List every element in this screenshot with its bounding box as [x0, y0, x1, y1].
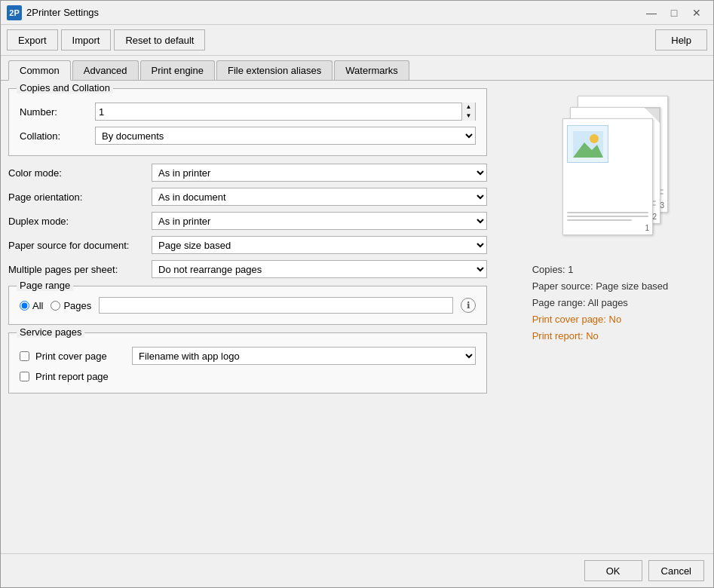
number-down-button[interactable]: ▼ [462, 112, 475, 121]
page-orientation-select[interactable]: As in document Portrait Landscape Auto [152, 188, 487, 206]
right-panel: 3 2 [495, 88, 706, 546]
color-mode-select-wrapper: As in printer Color Grayscale Monochrome [152, 164, 487, 182]
tab-watermarks[interactable]: Watermarks [334, 60, 409, 80]
cover-page-checkbox[interactable] [20, 351, 29, 361]
page-range-row: All Pages ℹ [20, 297, 476, 314]
multiple-pages-label: Multiple pages per sheet: [8, 264, 152, 275]
help-button[interactable]: Help [655, 29, 707, 51]
fields-section: Color mode: As in printer Color Grayscal… [8, 164, 487, 278]
number-input[interactable] [96, 103, 461, 120]
summary-panel: Copies: 1 Paper source: Page size based … [532, 262, 669, 345]
bottom-bar: OK Cancel [1, 553, 713, 587]
tab-file-extension-aliases[interactable]: File extension aliases [216, 60, 332, 80]
summary-page-range: Page range: All pages [532, 295, 669, 311]
app-icon: 2P [7, 5, 22, 20]
color-mode-row: Color mode: As in printer Color Grayscal… [8, 164, 487, 182]
ok-button[interactable]: OK [584, 560, 642, 581]
document-preview: 3 2 [525, 96, 676, 247]
import-button[interactable]: Import [61, 29, 112, 51]
preview-page-1: 1 [562, 118, 653, 235]
tab-content: Copies and Collation Number: ▲ ▼ Collati… [1, 81, 713, 553]
report-page-row: Print report page [20, 371, 476, 382]
page-3-number: 3 [660, 201, 664, 210]
tab-print-engine[interactable]: Print engine [140, 60, 215, 80]
copies-collation-title: Copies and Collation [17, 82, 113, 93]
report-page-label: Print report page [35, 371, 126, 382]
color-mode-select[interactable]: As in printer Color Grayscale Monochrome [152, 164, 487, 182]
svg-point-5 [590, 134, 599, 143]
number-label: Number: [20, 106, 95, 118]
report-page-checkbox[interactable] [20, 372, 29, 381]
pages-input[interactable] [99, 297, 453, 314]
summary-copies: Copies: 1 [532, 262, 669, 278]
main-window: 2P 2Printer Settings — □ ✕ Export Import… [0, 0, 714, 588]
cover-page-select[interactable]: Filename with app logo Filename only Cus… [132, 347, 476, 365]
page-range-title: Page range [17, 280, 73, 291]
collation-select[interactable]: By documents By pages None [95, 127, 476, 145]
service-pages-title: Service pages [17, 326, 84, 338]
title-bar: 2P 2Printer Settings — □ ✕ [1, 1, 713, 25]
collation-label: Collation: [20, 130, 95, 142]
duplex-mode-row: Duplex mode: As in printer None Long edg… [8, 212, 487, 230]
summary-print-cover: Print cover page: No [532, 311, 669, 328]
preview-image [567, 125, 608, 163]
window-controls: — □ ✕ [641, 4, 707, 22]
tab-bar: Common Advanced Print engine File extens… [1, 56, 713, 81]
minimize-button[interactable]: — [641, 4, 662, 22]
paper-source-select-wrapper: Page size based Auto Tray 1 Tray 2 [152, 236, 487, 254]
number-up-button[interactable]: ▲ [462, 103, 475, 112]
landscape-icon [573, 131, 603, 158]
all-pages-label[interactable]: All [20, 300, 43, 311]
tab-advanced[interactable]: Advanced [72, 60, 139, 80]
multiple-pages-select-wrapper: Do not rearrange pages 2 pages 4 pages 6… [152, 260, 487, 278]
info-icon[interactable]: ℹ [461, 298, 476, 313]
pages-radio[interactable] [51, 301, 60, 311]
duplex-mode-label: Duplex mode: [8, 216, 152, 227]
reset-button[interactable]: Reset to default [114, 29, 205, 51]
tab-common[interactable]: Common [8, 60, 71, 81]
service-pages-group: Service pages Print cover page Filename … [8, 332, 487, 394]
page-orientation-row: Page orientation: As in document Portrai… [8, 188, 487, 206]
export-button[interactable]: Export [7, 29, 58, 51]
page-range-group: Page range All Pages ℹ [8, 286, 487, 325]
paper-source-label: Paper source for document: [8, 240, 152, 251]
multiple-pages-select[interactable]: Do not rearrange pages 2 pages 4 pages 6… [152, 260, 487, 278]
duplex-mode-select-wrapper: As in printer None Long edge Short edge [152, 212, 487, 230]
cover-page-row: Print cover page Filename with app logo … [20, 347, 476, 365]
page-orientation-select-wrapper: As in document Portrait Landscape Auto [152, 188, 487, 206]
paper-source-select[interactable]: Page size based Auto Tray 1 Tray 2 [152, 236, 487, 254]
copies-collation-group: Copies and Collation Number: ▲ ▼ Collati… [8, 88, 487, 156]
window-title: 2Printer Settings [26, 7, 641, 18]
paper-source-row: Paper source for document: Page size bas… [8, 236, 487, 254]
collation-row: Collation: By documents By pages None [20, 127, 476, 145]
multiple-pages-row: Multiple pages per sheet: Do not rearran… [8, 260, 487, 278]
close-button[interactable]: ✕ [686, 4, 707, 22]
toolbar: Export Import Reset to default Help [1, 25, 713, 56]
duplex-mode-select[interactable]: As in printer None Long edge Short edge [152, 212, 487, 230]
maximize-button[interactable]: □ [663, 4, 685, 22]
cover-page-label: Print cover page [35, 351, 126, 362]
summary-paper-source: Paper source: Page size based [532, 278, 669, 295]
number-row: Number: ▲ ▼ [20, 103, 476, 121]
color-mode-label: Color mode: [8, 167, 152, 179]
summary-print-report: Print report: No [532, 328, 669, 345]
all-pages-radio[interactable] [20, 301, 29, 311]
number-spinner[interactable]: ▲ ▼ [95, 103, 476, 121]
pages-label[interactable]: Pages [51, 300, 91, 311]
page-orientation-label: Page orientation: [8, 191, 152, 203]
cancel-button[interactable]: Cancel [648, 560, 704, 581]
left-panel: Copies and Collation Number: ▲ ▼ Collati… [8, 88, 487, 546]
page-1-number: 1 [645, 224, 649, 232]
page-2-number: 2 [652, 213, 657, 221]
